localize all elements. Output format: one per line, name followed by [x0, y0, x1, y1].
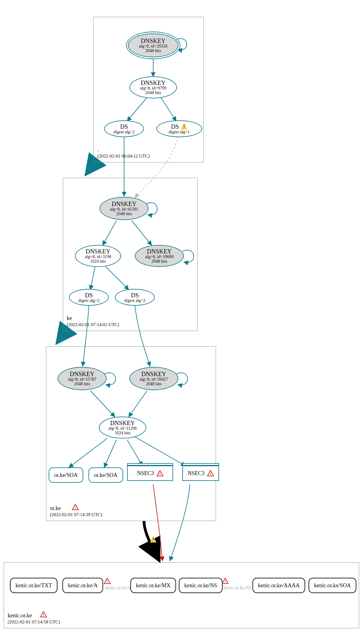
- svg-text:!: !: [210, 472, 211, 476]
- svg-text:!: !: [159, 472, 161, 476]
- ghost-record-a: kenic.or.ke/A: [105, 585, 131, 591]
- record-kenic-mx: kenic.or.ke/MX: [131, 578, 176, 593]
- ghost-record-ns: kenic.or.ke/NS: [223, 585, 252, 591]
- record-kenic-a: kenic.or.ke/A: [63, 578, 103, 593]
- zone-orke-ts: (2022-02-01 07:14:39 UTC): [50, 512, 102, 517]
- error-icon: !: [40, 611, 47, 617]
- zone-kenic: kenic.or.ke ! (2022-02-01 07:14:58 UTC): [4, 562, 359, 628]
- dnskey-root-zsk: DNSKEY alg=8, id=9799 2048 bits: [130, 76, 177, 98]
- ds-root-1: DS digest alg=2: [104, 120, 144, 137]
- record-orke-soa-2: or.ke/SOA: [89, 467, 123, 483]
- zone-root-ts: (2022-02-01 06:04:12 UTC): [97, 154, 150, 158]
- dnskey-orke-ksk2: DNSKEY alg=8, id=39427 2048 bits: [129, 367, 178, 390]
- record-kenic-txt: kenic.or.ke/TXT: [10, 578, 58, 593]
- dnskey-ke-ksk: DNSKEY alg=8, id=41201 2048 bits: [100, 197, 149, 220]
- zone-kenic-ts: (2022-02-01 07:14:58 UTC): [8, 619, 60, 624]
- zone-kenic-name: kenic.or.ke: [8, 612, 32, 619]
- dnskey-ke-key2: DNSKEY alg=8, id=10600 2048 bits: [135, 245, 184, 267]
- record-orke-soa-1: or.ke/SOA: [49, 467, 83, 483]
- zone-orke-name: or.ke: [50, 505, 61, 511]
- dnskey-orke-ksk1: DNSKEY alg=8, id=15787 2048 bits: [58, 367, 107, 390]
- svg-text:!: !: [107, 579, 108, 584]
- error-icon: !: [157, 470, 163, 476]
- record-kenic-ns: kenic.or.ke/NS: [179, 578, 223, 593]
- svg-text:!: !: [75, 505, 76, 510]
- zone-ke-name: ke: [67, 315, 72, 321]
- error-icon: !: [222, 578, 229, 584]
- record-nsec3-1: NSEC3 !: [127, 466, 173, 483]
- ds-root-2: DS digest alg=1: [156, 120, 202, 137]
- zone-root-name: .: [97, 147, 99, 153]
- warning-icon: [150, 536, 157, 543]
- record-kenic-aaaa: kenic.or.ke/AAAA: [252, 578, 305, 593]
- ds-ke-2: DS digest alg=2: [115, 289, 155, 306]
- svg-text:!: !: [225, 579, 226, 584]
- record-kenic-soa: kenic.or.ke/SOA: [309, 578, 356, 593]
- warning-icon: [181, 124, 188, 130]
- svg-text:!: !: [43, 613, 44, 617]
- dnskey-ke-zsk: DNSKEY alg=8, id=3198 1024 bits: [75, 245, 121, 267]
- ds-ke-1: DS digest alg=2: [69, 289, 109, 306]
- dnskey-root-ksk: DNSKEY alg=8, id=20326 2048 bits: [128, 33, 179, 57]
- zone-ke-ts: (2022-02-01 07:14:01 UTC): [67, 322, 119, 327]
- record-nsec3-2: NSEC3 !: [182, 466, 219, 483]
- dnskey-orke-zsk: DNSKEY alg=8, id=11298 1024 bits: [99, 417, 146, 439]
- error-icon: !: [72, 504, 79, 510]
- error-icon: !: [207, 470, 214, 476]
- error-icon: !: [104, 578, 111, 584]
